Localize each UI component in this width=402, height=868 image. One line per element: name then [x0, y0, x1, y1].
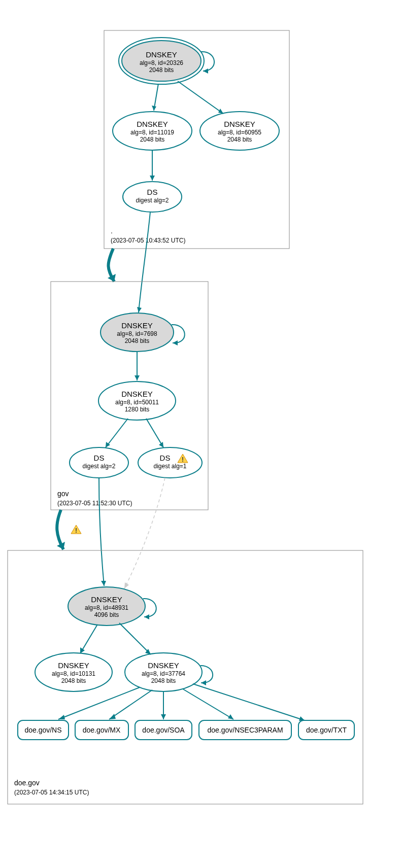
svg-text:alg=8, id=37764: alg=8, id=37764	[142, 670, 185, 677]
svg-text:doe.gov/MX: doe.gov/MX	[83, 726, 121, 734]
svg-text:DNSKEY: DNSKEY	[148, 661, 179, 670]
svg-text:DNSKEY: DNSKEY	[146, 50, 177, 59]
warning-icon: !	[71, 525, 81, 534]
edge-govds1-doeksk	[99, 478, 104, 586]
rrset-txt: doe.gov/TXT	[298, 720, 354, 740]
svg-text:DS: DS	[160, 454, 171, 462]
svg-text:doe.gov/SOA: doe.gov/SOA	[142, 726, 185, 734]
edge-doeksk-zsk2	[119, 623, 151, 654]
svg-marker-29	[173, 340, 178, 345]
svg-text:doe.gov/NS: doe.gov/NS	[24, 726, 61, 734]
zone-doe-name: doe.gov	[14, 779, 40, 787]
node-doe-zsk2: DNSKEY alg=8, id=37764 2048 bits	[125, 653, 202, 691]
node-root-ksk: DNSKEY alg=8, id=20326 2048 bits	[119, 38, 204, 84]
svg-text:doe.gov/TXT: doe.gov/TXT	[306, 726, 347, 734]
svg-text:2048 bits: 2048 bits	[151, 677, 176, 684]
svg-text:alg=8, id=20326: alg=8, id=20326	[140, 59, 183, 66]
zone-gov: gov (2023-07-05 11:52:30 UTC) DNSKEY alg…	[51, 282, 208, 510]
svg-text:DNSKEY: DNSKEY	[121, 390, 153, 398]
svg-text:DNSKEY: DNSKEY	[91, 595, 122, 604]
node-gov-ds1: DS digest alg=2	[70, 447, 128, 478]
edge-govzsk-ds1	[106, 419, 128, 447]
rrset-mx: doe.gov/MX	[75, 720, 128, 740]
svg-text:DNSKEY: DNSKEY	[224, 120, 255, 128]
svg-marker-78	[58, 715, 65, 719]
svg-text:DNSKEY: DNSKEY	[121, 321, 153, 330]
edge-rootksk-zsk2	[178, 81, 223, 114]
edge-rootds-govksk	[139, 212, 150, 313]
rrset-nsec3param: doe.gov/NSEC3PARAM	[199, 720, 291, 740]
svg-text:alg=8, id=7698: alg=8, id=7698	[117, 330, 157, 337]
node-root-zsk1: DNSKEY alg=8, id=11019 2048 bits	[113, 112, 192, 150]
svg-text:DS: DS	[147, 188, 158, 196]
svg-text:2048 bits: 2048 bits	[140, 136, 165, 143]
zone-root: . (2023-07-05 10:43:52 UTC) DNSKEY alg=8…	[104, 30, 289, 249]
svg-text:alg=8, id=60955: alg=8, id=60955	[218, 129, 261, 136]
node-gov-ksk: DNSKEY alg=8, id=7698 2048 bits	[100, 313, 174, 352]
edge-govzsk-ds2	[146, 419, 163, 447]
node-doe-ksk: DNSKEY alg=8, id=48931 4096 bits	[68, 587, 145, 626]
node-gov-ds2: DS digest alg=1 !	[138, 447, 202, 478]
svg-marker-65	[201, 680, 206, 685]
svg-text:!: !	[75, 527, 77, 534]
svg-text:doe.gov/NSEC3PARAM: doe.gov/NSEC3PARAM	[207, 726, 283, 734]
svg-marker-34	[135, 375, 140, 380]
dnssec-diagram: . (2023-07-05 10:43:52 UTC) DNSKEY alg=8…	[0, 0, 402, 868]
svg-text:2048 bits: 2048 bits	[227, 136, 252, 143]
zone-gov-name: gov	[57, 490, 69, 498]
svg-text:alg=8, id=11019: alg=8, id=11019	[130, 129, 174, 136]
node-root-zsk2: DNSKEY alg=8, id=60955 2048 bits	[200, 112, 279, 150]
svg-marker-20	[150, 176, 155, 181]
svg-text:!: !	[182, 456, 184, 463]
zone-root-name: .	[111, 227, 113, 235]
svg-text:DNSKEY: DNSKEY	[58, 661, 89, 670]
svg-marker-66	[80, 647, 85, 653]
svg-text:(2023-07-05 14:34:15 UTC): (2023-07-05 14:34:15 UTC)	[14, 789, 89, 796]
svg-text:2048 bits: 2048 bits	[125, 337, 150, 344]
svg-text:digest alg=2: digest alg=2	[136, 197, 169, 204]
svg-marker-79	[109, 714, 116, 719]
svg-marker-56	[144, 614, 149, 619]
svg-marker-16	[218, 109, 223, 114]
zone-doe: doe.gov (2023-07-05 14:34:15 UTC) DNSKEY…	[8, 550, 363, 804]
svg-text:1280 bits: 1280 bits	[125, 406, 150, 413]
rrset-ns: doe.gov/NS	[18, 720, 69, 740]
svg-text:4096 bits: 4096 bits	[94, 611, 119, 618]
svg-marker-15	[152, 106, 156, 111]
zone-root-timestamp: (2023-07-05 10:43:52 UTC)	[111, 237, 185, 244]
svg-text:digest alg=1: digest alg=1	[153, 463, 186, 470]
svg-text:2048 bits: 2048 bits	[61, 677, 86, 684]
rrset-soa: doe.gov/SOA	[135, 720, 192, 740]
svg-text:2048 bits: 2048 bits	[149, 66, 174, 74]
svg-text:alg=8, id=10131: alg=8, id=10131	[52, 670, 95, 677]
svg-text:(2023-07-05 11:52:30 UTC): (2023-07-05 11:52:30 UTC)	[57, 500, 132, 507]
svg-text:alg=8, id=48931: alg=8, id=48931	[85, 604, 128, 611]
svg-marker-6	[203, 68, 208, 74]
node-root-ds: DS digest alg=2	[123, 182, 182, 212]
node-gov-zsk: DNSKEY alg=8, id=50011 1280 bits	[98, 381, 176, 420]
svg-text:alg=8, id=50011: alg=8, id=50011	[115, 399, 159, 406]
svg-marker-80	[161, 714, 166, 719]
svg-text:DNSKEY: DNSKEY	[137, 120, 168, 128]
svg-marker-82	[299, 716, 305, 721]
svg-text:DS: DS	[94, 454, 105, 462]
edge-govds2-doeksk-dashed	[124, 478, 165, 588]
node-doe-zsk1: DNSKEY alg=8, id=10131 2048 bits	[35, 653, 112, 691]
svg-text:digest alg=2: digest alg=2	[82, 463, 115, 470]
svg-marker-22	[137, 307, 142, 313]
